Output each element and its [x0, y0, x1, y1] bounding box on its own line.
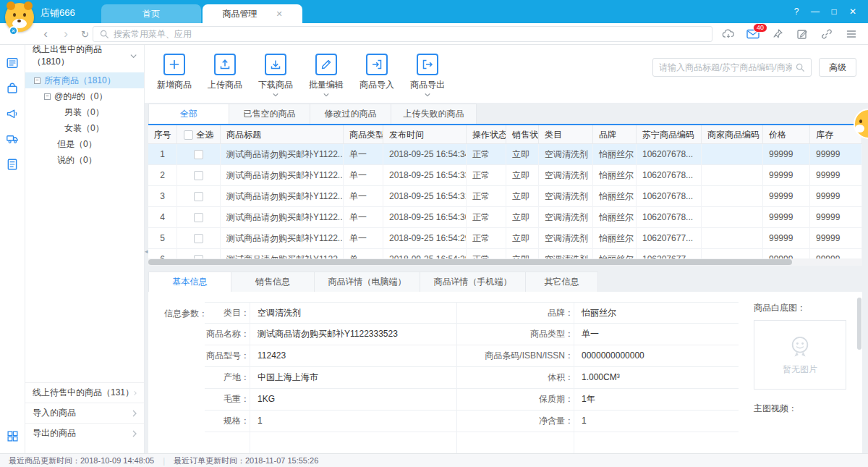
sidebar-bottom-item[interactable]: 导出的商品 [25, 423, 144, 443]
form-row: 规格：1净含量：1 [205, 411, 739, 432]
collapse-panel-handle[interactable] [145, 245, 151, 258]
field-label: 类目： [205, 303, 250, 323]
titlebar-tab[interactable]: 商品管理✕ [203, 4, 302, 23]
refresh-button[interactable] [81, 29, 89, 40]
detail-tab[interactable]: 商品详情（手机端） [420, 272, 526, 292]
maximize-button[interactable]: □ [825, 2, 843, 21]
titlebar-tab[interactable]: 首页 [101, 4, 201, 23]
product-search-input[interactable] [659, 62, 792, 72]
news-icon-wrap[interactable] [6, 56, 19, 70]
select-all-checkbox[interactable] [184, 130, 193, 140]
cell-title: 测试商品请勿购买邮补Y1122... [221, 228, 344, 249]
list-tab[interactable]: 全部 [148, 104, 229, 124]
toolbar-button-export[interactable]: 商品导出 [406, 54, 449, 97]
column-header[interactable]: 商品标题 [221, 125, 344, 144]
truck-icon-wrap[interactable] [6, 132, 19, 146]
bag-icon-wrap[interactable] [6, 82, 19, 95]
product-search[interactable] [652, 58, 812, 77]
list-tab[interactable]: 修改过的商品 [310, 104, 391, 124]
column-header[interactable]: 销售状态 [506, 125, 539, 144]
forward-button[interactable] [61, 27, 71, 41]
help-button[interactable]: ? [787, 2, 806, 21]
table-row[interactable]: 4测试商品请勿购买邮补Y1122...单一2018-09-25 16:54:30… [148, 207, 862, 228]
column-header[interactable]: 品牌 [593, 125, 637, 144]
toolbar-button-edit[interactable]: 批量编辑 [305, 54, 348, 97]
row-checkbox[interactable] [194, 150, 203, 159]
row-checkbox[interactable] [194, 192, 203, 201]
apps-grid-wrap[interactable] [7, 430, 20, 443]
table-row[interactable]: 2测试商品请勿购买邮补Y1122...单一2018-09-25 16:54:33… [148, 165, 862, 186]
column-header[interactable]: 商品类型 [344, 125, 383, 144]
column-header[interactable]: 类目 [539, 125, 593, 144]
column-header[interactable]: 序号 [148, 125, 177, 144]
menu-icon-wrap[interactable] [844, 28, 858, 41]
detail-tab[interactable]: 商品详情（电脑端） [315, 272, 420, 292]
tree-item[interactable]: 说的（0） [25, 152, 144, 168]
table-row[interactable]: 1测试商品请勿购买邮补Y1122...单一2018-09-25 16:54:34… [148, 144, 862, 165]
cell-suning_code: 106207678... [637, 144, 702, 165]
detail-tab[interactable]: 基本信息 [148, 272, 231, 292]
app-logo[interactable]: ✕ [5, 3, 34, 32]
compose-icon-wrap[interactable] [795, 28, 809, 41]
megaphone-icon-wrap[interactable] [6, 107, 19, 120]
menu-search-input[interactable] [114, 29, 706, 39]
minimize-button[interactable]: — [806, 2, 825, 21]
field-label: 保质期： [456, 389, 574, 410]
toolbar-button-import[interactable]: 商品导入 [355, 54, 399, 97]
tree-item[interactable]: 男装（0） [25, 104, 144, 120]
cell-no: 2 [148, 165, 177, 186]
column-header[interactable]: 操作状态 [467, 125, 506, 144]
advanced-search-button[interactable]: 高级 [819, 58, 856, 77]
cloud-icon-wrap[interactable] [721, 28, 735, 41]
table-row[interactable]: 5测试商品请勿购买邮补Y1122...单一2018-09-25 16:54:29… [148, 228, 862, 249]
toolbar-button-plus[interactable]: 新增商品 [153, 54, 196, 97]
tree-item[interactable]: −所有商品（1810） [25, 72, 144, 88]
column-header[interactable]: 商家商品编码 [702, 125, 763, 144]
row-checkbox[interactable] [194, 171, 203, 180]
tree-item[interactable]: 女装（0） [25, 120, 144, 136]
table-row[interactable]: 3测试商品请勿购买邮补Y1122...单一2018-09-25 16:54:31… [148, 186, 862, 207]
list-tab[interactable]: 已售空的商品 [229, 104, 310, 124]
list-tab[interactable]: 上传失败的商品 [391, 104, 477, 124]
row-checkbox[interactable] [194, 213, 203, 222]
link-icon-wrap[interactable] [820, 28, 833, 41]
tree-item[interactable]: −@的#的（0） [25, 88, 144, 104]
detail-tab[interactable]: 其它信息 [526, 272, 598, 292]
vertical-scrollbar-thumb[interactable] [857, 298, 861, 350]
order-list-icon-wrap[interactable] [6, 158, 19, 171]
column-header[interactable]: 发布时间 [383, 125, 467, 144]
cell-type: 单一 [344, 207, 383, 228]
menu-search[interactable] [93, 26, 712, 42]
mascot-peek[interactable] [854, 109, 868, 139]
close-button[interactable]: ✕ [843, 2, 862, 21]
back-button[interactable] [41, 27, 51, 41]
table-row[interactable]: 6测试商品请勿购买邮补Y1122...单一2018-09-25 16:54:28… [148, 249, 862, 258]
column-header[interactable]: 全选 [177, 125, 221, 144]
row-checkbox[interactable] [194, 234, 203, 243]
icon-strip-items [0, 45, 25, 171]
collapse-expander-icon[interactable]: − [44, 93, 51, 100]
logo-eye [13, 13, 16, 17]
white-image-label: 商品白底图： [754, 302, 846, 314]
vertical-scrollbar[interactable] [856, 292, 862, 453]
sidebar-bottom-item[interactable]: 线上待售中的商品（131） [25, 382, 144, 403]
tab-close-icon[interactable]: ✕ [276, 9, 282, 19]
detail-tab[interactable]: 销售信息 [231, 272, 315, 292]
cell-price: 99999 [763, 207, 810, 228]
horizontal-scrollbar-thumb[interactable] [148, 259, 792, 265]
cell-publish_time: 2018-09-25 16:54:29 [383, 228, 467, 249]
pin-icon-wrap[interactable] [770, 28, 784, 41]
cell-type: 单一 [344, 186, 383, 207]
toolbar-button-download[interactable]: 下载商品 [254, 54, 297, 97]
sidebar-bottom-item[interactable]: 导入的商品 [25, 403, 144, 423]
tree-item[interactable]: 但是（0） [25, 136, 144, 152]
sidebar-section-online-selling[interactable]: 线上出售中的商品（1810） [25, 45, 144, 67]
toolbar-button-upload[interactable]: 上传商品 [203, 54, 247, 97]
field-label: 净含量： [456, 411, 574, 432]
column-header[interactable]: 苏宁商品编码 [637, 125, 702, 144]
column-header[interactable]: 价格 [763, 125, 810, 144]
collapse-expander-icon[interactable]: − [34, 77, 41, 84]
horizontal-scrollbar[interactable] [148, 258, 862, 266]
white-image-placeholder[interactable]: 暂无图片 [754, 320, 846, 390]
mail-icon-wrap[interactable]: 40 [746, 28, 760, 41]
